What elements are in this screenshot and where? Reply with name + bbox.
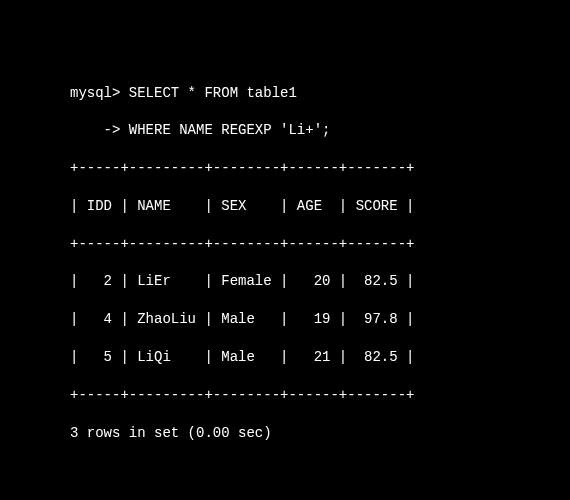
table-row: | 2 | LiEr | Female | 20 | 82.5 | (70, 272, 560, 291)
query1-status: 3 rows in set (0.00 sec) (70, 424, 560, 443)
table-row: | 5 | LiQi | Male | 21 | 82.5 | (70, 348, 560, 367)
query1-border-top: +-----+---------+--------+------+-------… (70, 159, 560, 178)
query1-line2: -> WHERE NAME REGEXP 'Li+'; (70, 121, 560, 140)
blank-line (70, 461, 560, 480)
table-row: | 4 | ZhaoLiu | Male | 19 | 97.8 | (70, 310, 560, 329)
query1-border-mid: +-----+---------+--------+------+-------… (70, 235, 560, 254)
query1-header: | IDD | NAME | SEX | AGE | SCORE | (70, 197, 560, 216)
query1-border-bot: +-----+---------+--------+------+-------… (70, 386, 560, 405)
query1-line1: mysql> SELECT * FROM table1 (70, 84, 560, 103)
